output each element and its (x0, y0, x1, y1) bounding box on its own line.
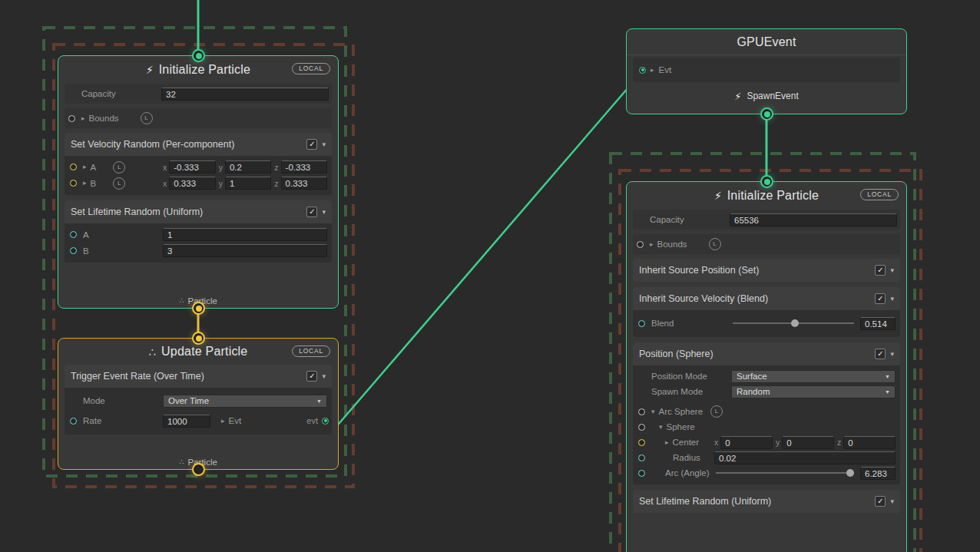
enabled-checkbox[interactable]: ✓ (875, 265, 886, 276)
spawnevent-output-port[interactable] (760, 107, 773, 121)
radius-field[interactable]: 0.02 (714, 451, 896, 464)
z-field[interactable]: 0.333 (281, 177, 327, 190)
particle-icon: ∴ (179, 297, 184, 305)
float-port[interactable] (638, 320, 645, 327)
value-field[interactable]: 3 (163, 244, 327, 257)
block-trigger-event-rate[interactable]: Trigger Event Rate (Over Time) ✓ ▾ Mode … (65, 365, 332, 435)
capacity-row: Capacity 65536 (633, 210, 900, 230)
node-gpuevent[interactable]: GPUEvent ▸ Evt ⚡ SpawnEvent (626, 28, 907, 114)
arc-angle-field[interactable]: 6.283 (860, 467, 896, 480)
collapse-arrow-icon[interactable]: ▾ (651, 408, 655, 415)
block-header[interactable]: Set Lifetime Random (Uniform) ✓ ▾ (65, 200, 332, 223)
local-space-badge[interactable]: L (113, 177, 125, 190)
float-port[interactable] (70, 418, 77, 425)
enabled-checkbox[interactable]: ✓ (875, 496, 886, 507)
local-space-badge[interactable]: L (710, 405, 723, 418)
evt-input-port[interactable] (639, 67, 646, 74)
blend-slider[interactable] (733, 319, 854, 327)
evt-output-port[interactable] (322, 418, 329, 425)
x-field[interactable]: 0 (720, 436, 773, 449)
rate-field[interactable]: 1000 (163, 415, 210, 428)
context-input-port[interactable] (760, 175, 773, 188)
z-field[interactable]: 0 (843, 436, 896, 449)
mode-value: Over Time (168, 396, 209, 405)
vector3-port[interactable] (70, 180, 77, 187)
expand-arrow-icon[interactable]: ▸ (650, 241, 654, 248)
value-field[interactable]: 1 (163, 228, 327, 241)
capacity-field[interactable]: 32 (161, 88, 329, 101)
node-content: ⚡ Initialize Particle LOCAL Capacity 655… (627, 182, 906, 552)
context-input-port[interactable] (192, 49, 205, 62)
slider-handle[interactable] (846, 469, 854, 477)
float-port[interactable] (638, 454, 645, 461)
rate-row: Rate 1000 ▸ Evt evt (66, 411, 330, 431)
enabled-checkbox[interactable]: ✓ (875, 293, 886, 304)
y-field[interactable]: 0.2 (225, 160, 271, 174)
enabled-checkbox[interactable]: ✓ (306, 139, 317, 150)
chevron-down-icon[interactable]: ▾ (322, 141, 326, 148)
local-space-badge[interactable]: L (113, 161, 125, 174)
blend-field[interactable]: 0.514 (860, 317, 896, 330)
float-port[interactable] (70, 247, 77, 254)
node-header[interactable]: GPUEvent (627, 29, 906, 55)
block-header[interactable]: Set Lifetime Random (Uniform) ✓ ▾ (633, 490, 900, 513)
block-set-velocity-random[interactable]: Set Velocity Random (Per-component) ✓ ▾ … (65, 133, 332, 195)
block-position-sphere[interactable]: Position (Sphere) ✓ ▾ Position Mode Surf… (633, 342, 900, 484)
block-inherit-source-velocity[interactable]: Inherit Source Velocity (Blend) ✓ ▾ Blen… (633, 287, 900, 337)
x-field[interactable]: -0.333 (169, 160, 215, 174)
slider-handle[interactable] (791, 319, 799, 327)
float-port[interactable] (70, 231, 77, 238)
block-header[interactable]: Inherit Source Velocity (Blend) ✓ ▾ (633, 287, 900, 310)
block-title: Set Lifetime Random (Uniform) (639, 496, 771, 507)
enabled-checkbox[interactable]: ✓ (306, 207, 317, 217)
collapse-arrow-icon[interactable]: ▾ (659, 424, 663, 431)
mode-dropdown[interactable]: Over Time ▼ (163, 395, 327, 408)
bounds-port[interactable] (68, 115, 75, 122)
block-header[interactable]: Inherit Source Position (Set) ✓ ▾ (633, 259, 900, 282)
enabled-checkbox[interactable]: ✓ (875, 349, 886, 359)
arc-angle-slider[interactable] (716, 469, 854, 477)
chevron-down-icon[interactable]: ▾ (322, 373, 326, 380)
y-field[interactable]: 0 (782, 436, 834, 449)
chevron-down-icon[interactable]: ▾ (890, 296, 894, 302)
bounds-port[interactable] (637, 241, 644, 248)
node-initialize-particle-left[interactable]: ⚡ Initialize Particle LOCAL Capacity 32 … (58, 55, 339, 309)
x-field[interactable]: 0.333 (169, 177, 215, 190)
particle-output-port[interactable] (192, 463, 205, 476)
particle-input-port[interactable] (192, 332, 205, 345)
y-field[interactable]: 1 (225, 177, 271, 190)
node-update-particle[interactable]: ∴ Update Particle LOCAL Trigger Event Ra… (58, 338, 339, 470)
chevron-down-icon[interactable]: ▾ (890, 351, 894, 358)
position-mode-dropdown[interactable]: Surface ▼ (731, 370, 896, 383)
local-space-badge[interactable]: L (141, 112, 153, 124)
float-port[interactable] (638, 470, 645, 477)
block-header[interactable]: Set Velocity Random (Per-component) ✓ ▾ (65, 133, 332, 156)
z-field[interactable]: -0.333 (281, 160, 327, 174)
vector3-port[interactable] (70, 164, 77, 170)
block-set-lifetime-random[interactable]: Set Lifetime Random (Uniform) ✓ ▾ A 1 B … (65, 200, 332, 263)
block-header[interactable]: Position (Sphere) ✓ ▾ (633, 342, 900, 365)
local-space-badge[interactable]: L (709, 238, 721, 250)
expand-arrow-icon[interactable]: ▸ (83, 180, 87, 187)
enabled-checkbox[interactable]: ✓ (306, 371, 317, 382)
vector3-port[interactable] (638, 439, 645, 446)
edge-evt-to-gpuevent[interactable] (329, 71, 643, 435)
node-content: ⚡ Initialize Particle LOCAL Capacity 32 … (58, 56, 338, 308)
sphere-port[interactable] (638, 424, 645, 431)
chevron-down-icon[interactable]: ▾ (890, 498, 894, 505)
node-initialize-particle-right[interactable]: ⚡ Initialize Particle LOCAL Capacity 655… (626, 181, 907, 552)
expand-arrow-icon[interactable]: ▸ (651, 67, 654, 74)
spawn-mode-dropdown[interactable]: Random ▼ (731, 385, 896, 398)
capacity-field[interactable]: 65536 (730, 213, 897, 226)
arc-sphere-port[interactable] (638, 408, 645, 415)
particle-output-port[interactable] (192, 302, 205, 315)
expand-arrow-icon[interactable]: ▸ (221, 418, 225, 425)
block-inherit-source-position[interactable]: Inherit Source Position (Set) ✓ ▾ (633, 259, 900, 282)
block-header[interactable]: Trigger Event Rate (Over Time) ✓ ▾ (65, 365, 332, 388)
chevron-down-icon[interactable]: ▾ (890, 267, 894, 274)
expand-arrow-icon[interactable]: ▸ (665, 439, 669, 446)
expand-arrow-icon[interactable]: ▸ (81, 115, 85, 122)
chevron-down-icon[interactable]: ▾ (322, 209, 326, 216)
expand-arrow-icon[interactable]: ▸ (83, 164, 87, 170)
block-set-lifetime-random[interactable]: Set Lifetime Random (Uniform) ✓ ▾ (633, 490, 900, 513)
